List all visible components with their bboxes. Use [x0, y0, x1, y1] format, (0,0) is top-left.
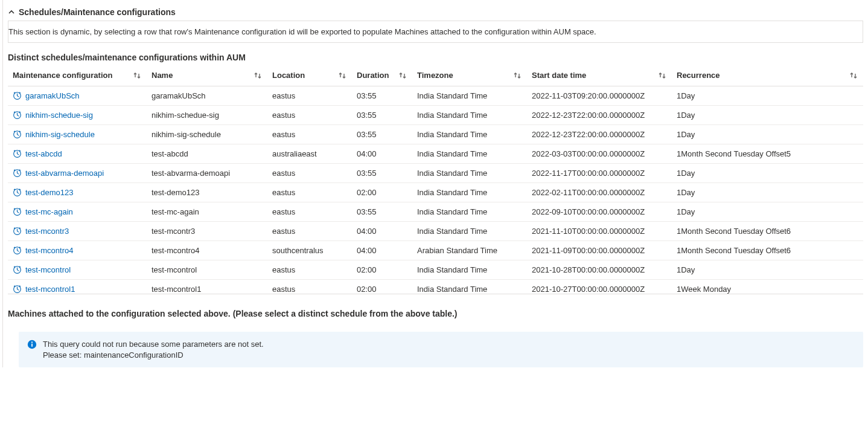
maintenance-config-link[interactable]: test-abvarma-demoapi — [25, 169, 104, 178]
cell-location: eastus — [267, 280, 352, 295]
table-row[interactable]: test-abvarma-demoapitest-abvarma-demoapi… — [8, 164, 863, 183]
sort-icon[interactable] — [657, 71, 667, 80]
info-icon — [27, 340, 37, 349]
schedule-icon — [13, 91, 22, 100]
cell-location: eastus — [267, 86, 352, 106]
column-header[interactable]: Start date time — [527, 65, 672, 86]
column-header-label: Name — [152, 71, 173, 80]
sort-icon[interactable] — [512, 71, 522, 80]
maintenance-config-link[interactable]: nikhim-schedue-sig — [25, 111, 93, 120]
cell-recurrence: 1Day — [672, 86, 863, 106]
cell-timezone: India Standard Time — [412, 144, 527, 164]
info-line-1: This query could not run because some pa… — [43, 339, 264, 350]
schedule-icon — [13, 285, 22, 294]
column-header[interactable]: Location — [267, 65, 352, 86]
cell-start: 2022-03-03T00:00:00.0000000Z — [527, 144, 672, 164]
column-header[interactable]: Timezone — [412, 65, 527, 86]
cell-location: eastus — [267, 183, 352, 202]
info-line-2: Please set: maintenanceConfigurationID — [43, 350, 264, 361]
chevron-up-icon — [8, 8, 15, 16]
maintenance-config-link[interactable]: garamakUbSch — [25, 91, 80, 100]
cell-name: test-abvarma-demoapi — [147, 164, 267, 183]
schedule-icon — [13, 227, 22, 236]
cell-recurrence: 1Month Second Tuesday Offset5 — [672, 144, 863, 164]
schedule-icon — [13, 188, 22, 197]
maintenance-config-link[interactable]: test-mcontrol — [25, 265, 71, 274]
cell-start: 2022-12-23T22:00:00.0000000Z — [527, 106, 672, 125]
cell-duration: 04:00 — [352, 144, 412, 164]
cell-duration: 03:55 — [352, 125, 412, 144]
maintenance-config-link[interactable]: test-abcdd — [25, 149, 62, 158]
table-row[interactable]: garamakUbSchgaramakUbScheastus03:55India… — [8, 86, 863, 106]
cell-location: eastus — [267, 202, 352, 222]
sort-icon[interactable] — [849, 71, 858, 80]
schedule-icon — [13, 246, 22, 255]
table-row[interactable]: test-abcddtest-abcddaustraliaeast04:00In… — [8, 144, 863, 164]
schedule-icon — [13, 265, 22, 274]
cell-duration: 03:55 — [352, 86, 412, 106]
cell-duration: 03:55 — [352, 202, 412, 222]
maintenance-config-link[interactable]: test-mcontro4 — [25, 246, 73, 255]
cell-timezone: India Standard Time — [412, 164, 527, 183]
cell-timezone: India Standard Time — [412, 202, 527, 222]
cell-name: nikhim-schedue-sig — [147, 106, 267, 125]
cell-recurrence: 1Week Monday — [672, 280, 863, 295]
cell-duration: 04:00 — [352, 222, 412, 241]
cell-recurrence: 1Month Second Tuesday Offset6 — [672, 222, 863, 241]
maintenance-config-link[interactable]: test-mcontrol1 — [25, 285, 75, 294]
maintenance-config-link[interactable]: test-demo123 — [25, 188, 74, 197]
cell-location: eastus — [267, 125, 352, 144]
cell-recurrence: 1Day — [672, 260, 863, 280]
cell-duration: 02:00 — [352, 183, 412, 202]
cell-start: 2022-12-23T22:00:00.0000000Z — [527, 125, 672, 144]
maintenance-config-link[interactable]: nikhim-sig-schedule — [25, 130, 95, 139]
cell-start: 2021-10-27T00:00:00.0000000Z — [527, 280, 672, 295]
sort-icon[interactable] — [337, 71, 347, 80]
section-toggle[interactable]: Schedules/Maintenance configurations — [8, 0, 863, 21]
sort-icon[interactable] — [398, 71, 407, 80]
column-header-label: Maintenance configuration — [13, 71, 112, 80]
column-header[interactable]: Duration — [352, 65, 412, 86]
cell-name: garamakUbSch — [147, 86, 267, 106]
column-header-label: Start date time — [532, 71, 586, 80]
cell-start: 2022-11-03T09:20:00.0000000Z — [527, 86, 672, 106]
cell-location: eastus — [267, 164, 352, 183]
table-row[interactable]: test-mc-againtest-mc-againeastus03:55Ind… — [8, 202, 863, 222]
table-row[interactable]: test-mcontrol1test-mcontrol1eastus02:00I… — [8, 280, 863, 295]
cell-timezone: India Standard Time — [412, 260, 527, 280]
table-row[interactable]: test-mcontroltest-mcontroleastus02:00Ind… — [8, 260, 863, 280]
column-header[interactable]: Maintenance configuration — [8, 65, 147, 86]
table-row[interactable]: test-mcontr3test-mcontr3eastus04:00India… — [8, 222, 863, 241]
svg-rect-12 — [31, 344, 33, 347]
cell-location: eastus — [267, 106, 352, 125]
column-header[interactable]: Name — [147, 65, 267, 86]
table-row[interactable]: nikhim-schedue-signikhim-schedue-sigeast… — [8, 106, 863, 125]
cell-name: test-demo123 — [147, 183, 267, 202]
schedule-icon — [13, 169, 22, 178]
table-row[interactable]: test-demo123test-demo123eastus02:00India… — [8, 183, 863, 202]
column-header-label: Location — [272, 71, 305, 80]
cell-timezone: India Standard Time — [412, 86, 527, 106]
column-header-label: Recurrence — [677, 71, 720, 80]
subheading-distinct-schedules: Distinct schedules/maintenance configura… — [8, 43, 863, 65]
cell-location: southcentralus — [267, 241, 352, 260]
subheading-machines: Machines attached to the configuration s… — [8, 294, 863, 321]
cell-start: 2022-11-17T00:00:00.0000000Z — [527, 164, 672, 183]
cell-location: australiaeast — [267, 144, 352, 164]
maintenance-config-link[interactable]: test-mc-again — [25, 207, 73, 216]
sort-icon[interactable] — [253, 71, 263, 80]
maintenance-config-link[interactable]: test-mcontr3 — [25, 227, 69, 236]
cell-location: eastus — [267, 260, 352, 280]
section-title: Schedules/Maintenance configurations — [19, 7, 176, 17]
column-header[interactable]: Recurrence — [672, 65, 863, 86]
schedule-icon — [13, 130, 22, 139]
cell-recurrence: 1Month Second Tuesday Offset6 — [672, 241, 863, 260]
cell-location: eastus — [267, 222, 352, 241]
sort-icon[interactable] — [132, 71, 142, 80]
cell-duration: 03:55 — [352, 164, 412, 183]
schedule-icon — [13, 111, 22, 120]
table-row[interactable]: nikhim-sig-schedulenikhim-sig-scheduleea… — [8, 125, 863, 144]
cell-timezone: India Standard Time — [412, 280, 527, 295]
table-row[interactable]: test-mcontro4test-mcontro4southcentralus… — [8, 241, 863, 260]
column-header-label: Duration — [357, 71, 389, 80]
